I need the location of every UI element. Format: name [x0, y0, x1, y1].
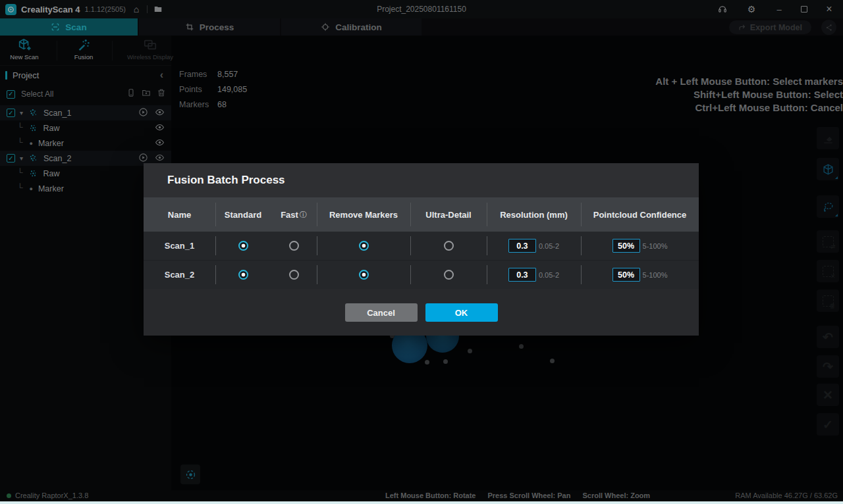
resolution-input[interactable]: [508, 239, 536, 253]
cancel-button[interactable]: Cancel: [345, 303, 418, 322]
table-row-scan-1: Scan_1 0.05-2 5-100%: [144, 232, 699, 260]
dialog-actions: Cancel OK: [144, 303, 699, 322]
column-header-pointcloud-confidence: Pointcloud Confidence: [581, 197, 699, 232]
fusion-batch-process-dialog: Fusion Batch Process Name Standard Fastⓘ…: [144, 163, 699, 336]
standard-radio[interactable]: [238, 270, 248, 280]
fast-radio[interactable]: [289, 241, 299, 251]
dialog-header: Fusion Batch Process: [144, 163, 699, 197]
ok-button[interactable]: OK: [425, 303, 498, 322]
fast-radio[interactable]: [289, 270, 299, 280]
column-header-fast: Fastⓘ: [271, 197, 317, 232]
remove-markers-radio[interactable]: [359, 241, 369, 251]
row-name: Scan_1: [144, 232, 215, 260]
column-header-ultra-detail: Ultra-Detail: [410, 197, 487, 232]
app-window: CrealityScan 4 1.1.12(2505) ⌂ Project_20…: [0, 0, 843, 504]
confidence-input[interactable]: [612, 239, 640, 253]
table-header-row: Name Standard Fastⓘ Remove Markers Ultra…: [144, 197, 699, 232]
confidence-range-hint: 5-100%: [643, 271, 668, 279]
standard-radio[interactable]: [238, 241, 248, 251]
table-row-scan-2: Scan_2 0.05-2 5-100%: [144, 261, 699, 289]
resolution-range-hint: 0.05-2: [539, 271, 559, 279]
column-header-name: Name: [144, 197, 215, 232]
dialog-title: Fusion Batch Process: [167, 174, 285, 187]
ultra-detail-radio[interactable]: [444, 270, 454, 280]
column-header-standard: Standard: [215, 197, 271, 232]
column-header-resolution: Resolution (mm): [487, 197, 581, 232]
taskbar-edge: [0, 501, 843, 504]
resolution-input[interactable]: [508, 268, 536, 282]
resolution-range-hint: 0.05-2: [539, 242, 559, 250]
column-header-remove-markers: Remove Markers: [317, 197, 410, 232]
ultra-detail-radio[interactable]: [444, 241, 454, 251]
row-name: Scan_2: [144, 261, 215, 289]
confidence-input[interactable]: [612, 268, 640, 282]
info-icon[interactable]: ⓘ: [300, 210, 307, 220]
confidence-range-hint: 5-100%: [643, 242, 668, 250]
remove-markers-radio[interactable]: [359, 270, 369, 280]
